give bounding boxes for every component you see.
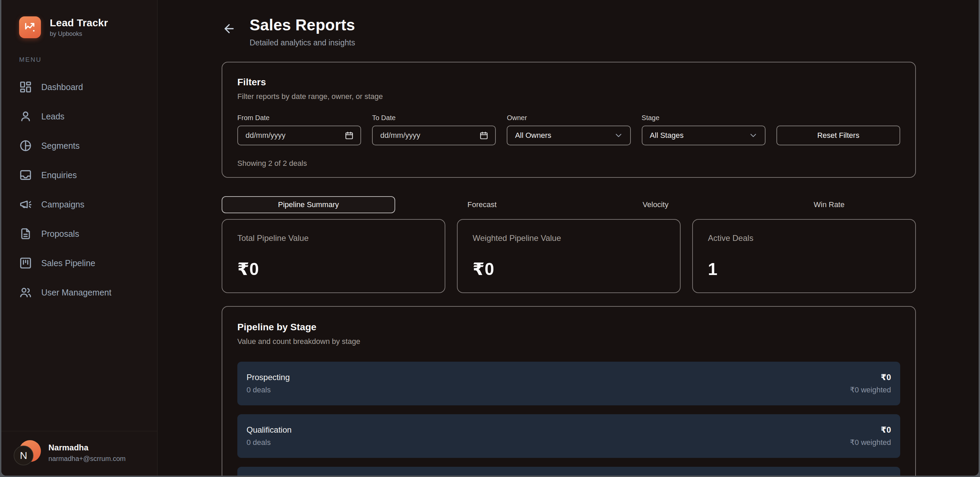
pipeline-subtitle: Value and count breakdown by stage: [237, 337, 900, 346]
calendar-icon[interactable]: [345, 131, 353, 140]
user-name: Narmadha: [48, 443, 126, 452]
stat-label: Weighted Pipeline Value: [473, 233, 665, 243]
trending-up-icon: [19, 16, 41, 38]
sidebar-item-label: Segments: [41, 141, 80, 151]
tab-forecast[interactable]: Forecast: [395, 196, 569, 213]
pie-chart-icon: [19, 139, 32, 152]
avatar: N: [14, 440, 41, 466]
stat-label: Active Deals: [708, 233, 900, 243]
filters-subtitle: Filter reports by date range, owner, or …: [237, 92, 900, 101]
main-content: Sales Reports Detailed analytics and ins…: [158, 0, 978, 475]
stat-card-total-pipeline-value: Total Pipeline Value ₹0: [222, 219, 445, 293]
tab-pipeline-summary[interactable]: Pipeline Summary: [222, 196, 395, 213]
page-subtitle: Detailed analytics and insights: [250, 38, 355, 48]
app-name: Lead Trackr: [50, 17, 108, 29]
sidebar-item-enquiries[interactable]: Enquiries: [2, 160, 157, 190]
filter-fields: From Date To Date: [237, 114, 900, 145]
sidebar-item-leads[interactable]: Leads: [2, 102, 157, 131]
to-date-input[interactable]: [380, 131, 488, 140]
user-email: narmadha+@scrrum.com: [48, 455, 126, 463]
reset-filters-button[interactable]: Reset Filters: [776, 126, 900, 145]
sidebar-item-proposals[interactable]: Proposals: [2, 219, 157, 248]
calendar-icon[interactable]: [479, 131, 488, 140]
sidebar-item-campaigns[interactable]: Campaigns: [2, 190, 157, 219]
from-date-label: From Date: [237, 114, 361, 122]
kanban-icon: [19, 257, 32, 270]
page-title: Sales Reports: [250, 16, 355, 34]
pipeline-by-stage-card: Pipeline by Stage Value and count breakd…: [222, 306, 916, 475]
stage-name: Prospecting: [247, 373, 290, 382]
page-header: Sales Reports Detailed analytics and ins…: [222, 16, 916, 48]
back-button[interactable]: [222, 21, 237, 36]
app-byline: by Upbooks: [50, 30, 108, 38]
user-profile[interactable]: N Narmadha narmadha+@scrrum.com: [2, 431, 157, 475]
owner-selected-value: All Owners: [515, 131, 551, 140]
sidebar: Lead Trackr by Upbooks MENU Dashboard Le…: [2, 0, 158, 475]
sidebar-item-label: Proposals: [41, 229, 79, 239]
filters-card: Filters Filter reports by date range, ow…: [222, 62, 916, 178]
stage-row-qualification: Qualification 0 deals ₹0 ₹0 weighted: [237, 414, 900, 458]
stage-value: ₹0: [850, 425, 891, 435]
stat-value: 1: [708, 259, 900, 279]
sidebar-item-sales-pipeline[interactable]: Sales Pipeline: [2, 248, 157, 278]
tab-velocity[interactable]: Velocity: [569, 196, 742, 213]
sidebar-item-label: Dashboard: [41, 82, 83, 92]
arrow-left-icon: [222, 22, 236, 35]
chevron-down-icon: [748, 131, 758, 140]
stat-value: ₹0: [237, 259, 430, 279]
stat-card-weighted-pipeline-value: Weighted Pipeline Value ₹0: [457, 219, 681, 293]
stage-name: Qualification: [247, 425, 291, 435]
sidebar-item-user-management[interactable]: User Management: [2, 278, 157, 307]
sidebar-item-label: Campaigns: [41, 199, 84, 209]
to-date-label: To Date: [372, 114, 496, 122]
stage-deal-count: 0 deals: [247, 386, 290, 394]
menu-section-label: MENU: [2, 56, 157, 64]
sidebar-spacer: [2, 307, 157, 431]
megaphone-icon: [19, 198, 32, 211]
stat-value: ₹0: [473, 259, 665, 279]
tab-win-rate[interactable]: Win Rate: [742, 196, 916, 213]
stat-cards: Total Pipeline Value ₹0 Weighted Pipelin…: [222, 219, 916, 293]
users-icon: [19, 286, 32, 299]
owner-select[interactable]: All Owners: [507, 126, 630, 145]
sidebar-nav: Dashboard Leads Segments Enquiries Campa…: [2, 72, 157, 307]
from-date-field: [237, 126, 361, 145]
stage-select[interactable]: All Stages: [642, 126, 765, 145]
avatar-initial: N: [14, 446, 33, 466]
sidebar-item-label: Leads: [41, 112, 64, 121]
stage-value: ₹0: [850, 373, 891, 382]
filters-title: Filters: [237, 77, 900, 88]
showing-deals-text: Showing 2 of 2 deals: [237, 159, 900, 168]
sidebar-item-label: Sales Pipeline: [41, 258, 95, 268]
pipeline-title: Pipeline by Stage: [237, 322, 900, 333]
stage-row-prospecting: Prospecting 0 deals ₹0 ₹0 weighted: [237, 362, 900, 405]
to-date-field: [372, 126, 496, 145]
user-icon: [19, 110, 32, 123]
stage-selected-value: All Stages: [650, 131, 684, 140]
file-text-icon: [19, 227, 32, 240]
stage-label: Stage: [642, 114, 765, 122]
stat-label: Total Pipeline Value: [237, 233, 430, 243]
inbox-icon: [19, 169, 32, 182]
sidebar-item-dashboard[interactable]: Dashboard: [2, 72, 157, 102]
chevron-down-icon: [614, 131, 623, 140]
report-tabs: Pipeline Summary Forecast Velocity Win R…: [222, 196, 916, 213]
from-date-input[interactable]: [245, 131, 353, 140]
sidebar-item-label: Enquiries: [41, 170, 77, 180]
sidebar-item-label: User Management: [41, 288, 111, 298]
dashboard-icon: [19, 81, 32, 94]
app-logo: Lead Trackr by Upbooks: [2, 16, 157, 38]
owner-label: Owner: [507, 114, 630, 122]
stage-deal-count: 0 deals: [247, 438, 291, 447]
stage-weighted-value: ₹0 weighted: [850, 386, 891, 394]
stat-card-active-deals: Active Deals 1: [692, 219, 916, 293]
sidebar-item-segments[interactable]: Segments: [2, 131, 157, 160]
stage-row-partial: [237, 467, 900, 475]
app-window: Lead Trackr by Upbooks MENU Dashboard Le…: [2, 0, 978, 475]
stage-rows: Prospecting 0 deals ₹0 ₹0 weighted Quali…: [237, 362, 900, 475]
stage-weighted-value: ₹0 weighted: [850, 438, 891, 447]
